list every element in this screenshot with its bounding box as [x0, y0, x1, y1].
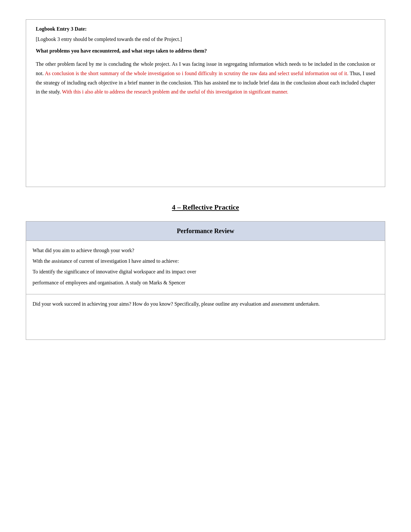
performance-review-box: Performance Review What did you aim to a… — [26, 221, 385, 340]
row1-question: What did you aim to achieve through your… — [33, 246, 378, 255]
logbook-question: What problems you have encountered, and … — [36, 48, 375, 54]
logbook-entry-box: Logbook Entry 3 Date: [Logbook 3 entry s… — [26, 19, 385, 187]
row1-answer-line3: performance of employees and organisatio… — [33, 278, 378, 287]
performance-row-1: What did you aim to achieve through your… — [26, 241, 385, 294]
row1-answer-line2: To identify the significance of innovati… — [33, 267, 378, 276]
row1-answer-line1: With the assistance of current of invest… — [33, 257, 378, 265]
section-heading: 4 – Reflective Practice — [26, 203, 385, 212]
logbook-label: Logbook Entry 3 Date: — [36, 26, 375, 32]
logbook-body-red1: As conclusion is the short summary of th… — [44, 71, 348, 76]
logbook-body-red2: With this i also able to address the res… — [61, 89, 289, 94]
logbook-body: The other problem faced by me is conclud… — [36, 60, 375, 97]
logbook-note: [Logbook 3 entry should be completed tow… — [36, 36, 375, 42]
performance-row-2: Did your work succeed in achieving your … — [26, 294, 385, 340]
performance-review-header: Performance Review — [26, 222, 385, 241]
row2-question: Did your work succeed in achieving your … — [33, 300, 378, 308]
